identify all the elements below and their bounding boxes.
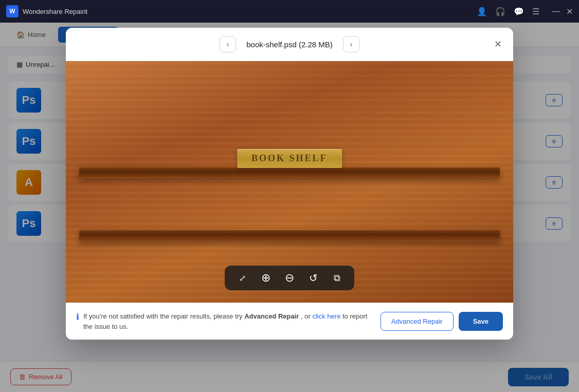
next-file-button[interactable]: › [343,36,359,52]
chevron-left-icon: ‹ [227,40,229,48]
preview-modal: ‹ book-shelf.psd (2.28 MB) › ✕ [66,28,513,340]
modal-filename: book-shelf.psd (2.28 MB) [246,40,333,49]
copy-icon[interactable]: ⧉ [330,271,344,285]
account-icon[interactable]: 👤 [477,7,487,16]
shelf-bottom-board [79,230,500,241]
app-area: 🏠 Home 📋 File Repair ▦ Unrepai... Ps e P… [0,23,579,392]
chat-icon[interactable]: 💬 [514,7,524,16]
footer-info: ℹ If you're not satisfied with the repai… [76,311,374,331]
shelf-sign: BOOK SHELF [237,149,342,168]
close-button[interactable]: ✕ [566,7,573,16]
modal-close-button[interactable]: ✕ [491,37,505,51]
modal-overlay: ‹ book-shelf.psd (2.28 MB) › ✕ [0,23,579,392]
click-here-link[interactable]: click here [312,312,340,320]
shelf-top-board [79,167,500,179]
prev-file-button[interactable]: ‹ [220,36,236,52]
advanced-repair-text: Advanced Repair [244,312,299,320]
chevron-right-icon: › [350,40,352,48]
rotate-left-icon[interactable]: ↺ [306,271,320,285]
headset-icon[interactable]: 🎧 [495,7,505,16]
zoom-out-icon[interactable]: ⊖ [282,271,297,285]
close-icon: ✕ [494,39,502,50]
modal-navigation: ‹ book-shelf.psd (2.28 MB) › [220,36,359,52]
app-title: Wondershare Repairit [23,8,473,15]
window-controls: — ✕ [552,7,573,16]
zoom-in-icon[interactable]: ⊕ [259,271,273,285]
footer-actions: Advanced Repair Save [381,312,503,331]
modal-image-area: BOOK SHELF ⤢ ⊕ ⊖ ↺ ⧉ [66,61,513,303]
info-icon: ℹ [76,312,79,322]
minimize-button[interactable]: — [552,7,560,16]
image-toolbar: ⤢ ⊕ ⊖ ↺ ⧉ [225,266,354,290]
app-logo: W [6,5,19,17]
advanced-repair-button[interactable]: Advanced Repair [381,312,454,331]
titlebar: W Wondershare Repairit 👤 🎧 💬 ☰ — ✕ [0,0,579,23]
modal-header: ‹ book-shelf.psd (2.28 MB) › ✕ [66,28,513,61]
footer-message: If you're not satisfied with the repair … [83,311,374,331]
fullscreen-icon[interactable]: ⤢ [235,271,249,285]
save-button[interactable]: Save [459,312,503,331]
modal-footer: ℹ If you're not satisfied with the repai… [66,303,513,340]
menu-icon[interactable]: ☰ [532,7,539,16]
titlebar-action-icons: 👤 🎧 💬 ☰ [477,7,539,16]
